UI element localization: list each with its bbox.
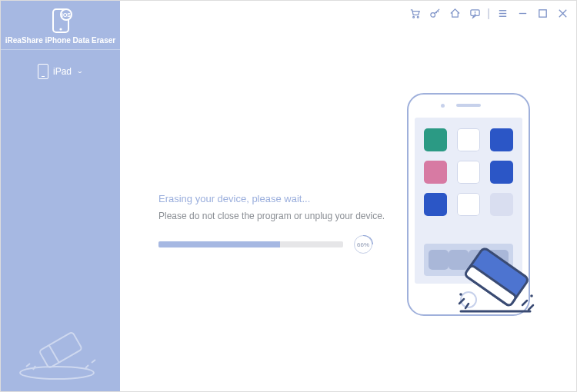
app-icon xyxy=(424,193,447,216)
app-icon xyxy=(490,161,513,184)
app-icon xyxy=(457,193,480,216)
svg-point-1 xyxy=(59,28,62,30)
progress-row: 66% xyxy=(158,235,389,254)
cart-icon[interactable] xyxy=(409,7,421,19)
app-icon xyxy=(424,128,447,151)
feedback-icon[interactable] xyxy=(469,7,481,19)
home-icon[interactable] xyxy=(449,7,461,19)
chevron-down-icon: ⌄ xyxy=(76,67,83,74)
svg-line-27 xyxy=(459,299,464,304)
device-selector[interactable]: iPad ⌄ xyxy=(38,64,83,79)
svg-line-7 xyxy=(26,364,30,367)
svg-rect-5 xyxy=(38,332,82,369)
progress-fill xyxy=(158,241,280,247)
svg-point-32 xyxy=(530,294,533,297)
menu-icon[interactable] xyxy=(496,7,509,19)
svg-line-8 xyxy=(33,366,35,370)
phone-speaker xyxy=(456,104,481,107)
progress-percent-label: 66% xyxy=(357,241,369,248)
maximize-button[interactable] xyxy=(536,7,549,19)
svg-text:iOS: iOS xyxy=(61,12,70,18)
app-icon-grid xyxy=(424,128,513,216)
main-area: | Erasing your device, please wait... Pl… xyxy=(120,1,576,391)
app-icon xyxy=(457,161,480,184)
app-logo-icon: iOS xyxy=(49,8,72,33)
progress-bar xyxy=(158,241,343,247)
titlebar-separator: | xyxy=(487,7,490,19)
app-icon xyxy=(490,193,513,216)
device-icon xyxy=(38,64,48,79)
device-illustration xyxy=(407,93,530,316)
svg-point-13 xyxy=(431,12,435,17)
app-icon xyxy=(457,128,480,151)
progress-percent-circle: 66% xyxy=(354,235,372,254)
svg-point-12 xyxy=(417,16,419,18)
svg-line-10 xyxy=(92,360,95,363)
phone-outline xyxy=(407,93,530,316)
device-label: iPad xyxy=(53,66,72,77)
app-logo-block: iOS iReaShare iPhone Data Eraser xyxy=(1,1,120,50)
app-name: iReaShare iPhone Data Eraser xyxy=(5,36,115,45)
app-window: iOS iReaShare iPhone Data Eraser iPad ⌄ xyxy=(1,1,576,391)
status-subtitle: Please do not close the program or unplu… xyxy=(158,211,389,221)
svg-line-30 xyxy=(529,305,533,310)
status-title: Erasing your device, please wait... xyxy=(158,193,389,204)
minimize-button[interactable] xyxy=(516,7,529,19)
app-icon xyxy=(424,161,447,184)
app-icon xyxy=(490,128,513,151)
eraser-illustration xyxy=(455,241,532,328)
dock-app-icon xyxy=(429,250,449,270)
svg-line-6 xyxy=(48,345,58,363)
svg-point-16 xyxy=(475,14,475,15)
svg-point-31 xyxy=(459,293,462,296)
svg-line-29 xyxy=(522,301,527,305)
svg-point-11 xyxy=(413,16,415,18)
svg-line-28 xyxy=(465,304,469,308)
svg-line-9 xyxy=(85,365,88,368)
svg-rect-21 xyxy=(539,9,545,16)
sidebar-eraser-illustration xyxy=(1,321,120,382)
close-button[interactable] xyxy=(556,7,569,19)
svg-point-4 xyxy=(20,367,94,379)
phone-camera xyxy=(441,104,445,108)
key-icon[interactable] xyxy=(429,7,441,19)
titlebar: | xyxy=(409,7,569,19)
progress-panel: Erasing your device, please wait... Plea… xyxy=(158,193,389,254)
sidebar: iOS iReaShare iPhone Data Eraser iPad ⌄ xyxy=(1,1,120,391)
